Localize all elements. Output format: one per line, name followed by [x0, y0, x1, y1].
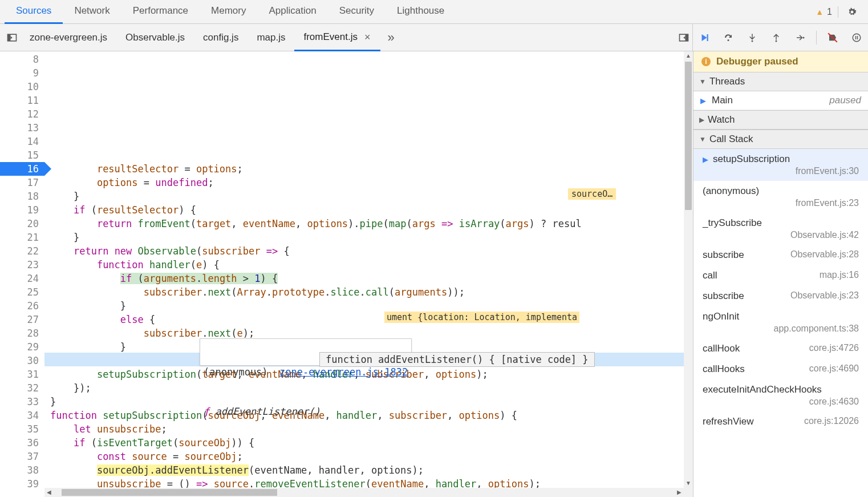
tab-performance[interactable]: Performance — [121, 0, 200, 24]
line-number[interactable]: 19 — [0, 203, 39, 217]
close-icon[interactable]: × — [363, 32, 372, 42]
tab-sources[interactable]: Sources — [5, 0, 63, 24]
line-number[interactable]: 17 — [0, 176, 39, 189]
line-number[interactable]: 35 — [0, 422, 39, 436]
line-number[interactable]: 31 — [0, 367, 39, 381]
file-tab-observable[interactable]: Observable.js — [116, 24, 194, 51]
code-line: resultSelector = options; — [50, 162, 693, 176]
resume-button[interactable] — [696, 30, 712, 46]
line-number[interactable]: 38 — [0, 463, 39, 477]
call-stack-frame[interactable]: subscribeObservable.js:28 — [693, 245, 868, 265]
scroll-right-icon[interactable]: ▶ — [675, 488, 684, 497]
line-number[interactable]: 16 — [0, 162, 44, 176]
line-number[interactable]: 25 — [0, 285, 39, 299]
call-stack-frame[interactable]: subscribeObservable.js:23 — [693, 286, 868, 306]
inline-value-overlay: sourceO… — [568, 188, 616, 200]
scroll-down-icon[interactable]: ▼ — [684, 479, 693, 488]
warning-icon: ▲ — [816, 7, 824, 17]
file-tab-config[interactable]: config.js — [194, 24, 248, 51]
scroll-thumb-h[interactable] — [62, 489, 277, 496]
call-stack-frame[interactable]: executeInitAndCheckHookscore.js:4630 — [693, 379, 868, 411]
scroll-left-icon[interactable]: ◀ — [44, 488, 54, 497]
step-over-button[interactable] — [720, 30, 736, 46]
tabs-overflow-icon[interactable]: » — [380, 30, 401, 45]
code-line: options = undefined; — [50, 176, 693, 189]
tooltip-source-link[interactable]: zone-evergreen.js:1832 — [279, 366, 408, 378]
line-number[interactable]: 37 — [0, 450, 39, 463]
line-number[interactable]: 22 — [0, 244, 39, 258]
callstack-section-header[interactable]: ▼Call Stack — [693, 130, 868, 149]
svg-rect-4 — [707, 34, 708, 41]
step-into-button[interactable] — [744, 30, 760, 46]
tab-application[interactable]: Application — [257, 0, 327, 24]
line-number[interactable]: 11 — [0, 94, 39, 107]
scroll-up-icon[interactable]: ▲ — [684, 51, 693, 60]
svg-point-9 — [853, 34, 861, 42]
line-number[interactable]: 34 — [0, 409, 39, 422]
line-number[interactable]: 27 — [0, 313, 39, 326]
file-tab-fromevent[interactable]: fromEvent.js× — [294, 24, 380, 51]
file-tab-zone[interactable]: zone-evergreen.js — [21, 24, 116, 51]
threads-section-header[interactable]: ▼Threads — [693, 72, 868, 91]
line-number[interactable]: 12 — [0, 107, 39, 121]
line-number[interactable]: 32 — [0, 381, 39, 395]
code-line: sourceObj.addEventListener(eventName, ha… — [50, 463, 693, 477]
gear-icon[interactable] — [846, 6, 858, 18]
tab-lighthouse[interactable]: Lighthouse — [386, 0, 456, 24]
call-stack-frame[interactable]: callHookscore.js:4690 — [693, 359, 868, 379]
deactivate-breakpoints-button[interactable] — [825, 30, 841, 46]
value-tooltip: function addEventListener() { [native co… — [319, 352, 595, 367]
code-line: return new Observable(subscriber => { — [50, 244, 693, 258]
code-area[interactable]: sourceO… ument {location: Location, impl… — [44, 51, 693, 497]
call-stack-frame[interactable]: ngOnInitapp.component.ts:38 — [693, 306, 868, 338]
code-line: if (arguments.length > 1) { — [50, 272, 693, 285]
svg-point-6 — [752, 40, 753, 42]
line-number[interactable]: 14 — [0, 135, 39, 148]
call-stack-frame[interactable]: callmap.js:16 — [693, 265, 868, 286]
call-stack-frame[interactable]: refreshViewcore.js:12026 — [693, 411, 868, 432]
watch-section-header[interactable]: ▶Watch — [693, 110, 868, 130]
step-out-button[interactable] — [768, 30, 784, 46]
line-number[interactable]: 36 — [0, 436, 39, 450]
line-number[interactable]: 18 — [0, 189, 39, 203]
line-number[interactable]: 10 — [0, 80, 39, 94]
tab-network[interactable]: Network — [63, 0, 121, 24]
svg-rect-1 — [8, 34, 11, 41]
call-stack-frame[interactable]: _trySubscribeObservable.js:42 — [693, 213, 868, 245]
file-tab-map[interactable]: map.js — [248, 24, 294, 51]
code-line: const source = sourceObj; — [50, 450, 693, 463]
warnings-count[interactable]: ▲1 — [810, 7, 838, 17]
line-number[interactable]: 29 — [0, 340, 39, 354]
line-number[interactable]: 13 — [0, 121, 39, 135]
code-line: if (resultSelector) { — [50, 203, 693, 217]
call-stack-list: ▶setupSubscriptionfromEvent.js:30(anonym… — [693, 149, 868, 497]
line-number[interactable]: 9 — [0, 66, 39, 80]
scroll-thumb[interactable] — [685, 62, 692, 210]
call-stack-frame[interactable]: ▶setupSubscriptionfromEvent.js:30 — [693, 149, 868, 181]
line-number[interactable]: 15 — [0, 148, 39, 162]
line-number[interactable]: 28 — [0, 326, 39, 340]
vertical-scrollbar[interactable]: ▲ ▼ — [684, 51, 693, 497]
line-number[interactable]: 8 — [0, 52, 39, 66]
horizontal-scrollbar[interactable]: ◀ ▶ — [44, 488, 684, 497]
line-number[interactable]: 24 — [0, 272, 39, 285]
line-number[interactable]: 33 — [0, 395, 39, 409]
debugger-paused-banner: i Debugger paused — [693, 51, 868, 72]
line-number[interactable]: 30 — [0, 354, 39, 367]
line-number[interactable]: 20 — [0, 217, 39, 231]
current-frame-icon: ▶ — [703, 155, 708, 164]
code-line: } — [50, 299, 693, 313]
thread-row-main[interactable]: ▶ Main paused — [693, 91, 868, 110]
navigator-toggle-icon[interactable] — [3, 29, 21, 46]
tab-security[interactable]: Security — [328, 0, 386, 24]
line-number[interactable]: 26 — [0, 299, 39, 313]
debugger-toggle-icon[interactable] — [675, 29, 692, 46]
call-stack-frame[interactable]: callHookcore.js:4726 — [693, 338, 868, 359]
line-number[interactable]: 21 — [0, 231, 39, 244]
step-button[interactable] — [792, 30, 808, 46]
line-number[interactable]: 39 — [0, 477, 39, 491]
call-stack-frame[interactable]: (anonymous)fromEvent.js:23 — [693, 181, 868, 213]
tab-memory[interactable]: Memory — [200, 0, 257, 24]
pause-on-exceptions-button[interactable] — [849, 30, 865, 46]
line-number[interactable]: 23 — [0, 258, 39, 272]
